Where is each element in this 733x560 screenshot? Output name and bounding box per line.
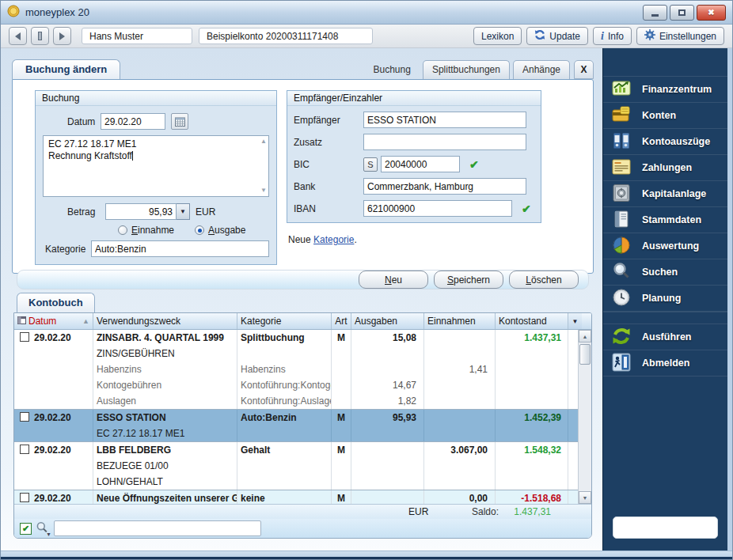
date-input[interactable] [101, 113, 165, 130]
toolbar: Hans Muster Beispielkonto 20200311171408… [1, 25, 732, 48]
cell-date: 29.02.20 [14, 442, 93, 458]
scrollbar-up-icon[interactable]: ▲ [579, 330, 591, 342]
bic-search-button[interactable]: S [363, 157, 378, 172]
delete-button[interactable]: Löschen [509, 271, 579, 289]
cell-balance: 1.437,31 [496, 330, 568, 346]
row-checkbox[interactable] [20, 332, 29, 342]
category-input[interactable] [91, 240, 269, 257]
header-datum[interactable]: Datum ▲ [14, 313, 93, 329]
sidebar-item-auswertung[interactable]: Auswertung [603, 233, 727, 259]
sidebar-item-planung[interactable]: Planung [603, 285, 727, 311]
lexikon-button[interactable]: Lexikon [473, 27, 522, 45]
cell-art: M [332, 442, 351, 458]
calendar-button[interactable] [171, 113, 188, 130]
tab-buchung-aendern[interactable]: Buchung ändern [12, 59, 120, 79]
nav-forward-button[interactable] [53, 27, 71, 45]
vertical-scrollbar[interactable]: ▲ ▼ [578, 330, 591, 504]
magnifier-caret-icon: ▼ [46, 532, 51, 537]
tab-kontobuch[interactable]: Kontobuch [17, 293, 95, 312]
minimize-icon [651, 14, 659, 17]
tab-anhaenge[interactable]: Anhänge [513, 60, 570, 79]
header-verwendungszweck[interactable]: Verwendungszweck [93, 313, 237, 329]
cell-art: M [332, 490, 351, 504]
row-main-line: 29.02.20ZINSABR. 4. QUARTAL 1999Splittbu… [14, 330, 591, 346]
new-category-prefix: Neue [288, 234, 311, 245]
scrollbar-down-icon[interactable]: ▼ [579, 491, 591, 504]
column-options-button[interactable]: ▼ [568, 313, 582, 329]
nav-back-button[interactable] [9, 27, 27, 45]
extra-input[interactable] [363, 134, 526, 150]
account-field[interactable]: Beispielkonto 20200311171408 [199, 28, 373, 44]
row-sub-line: LOHN/GEHALT [14, 474, 591, 490]
app-window: moneyplex 20 ✖ Hans Muster Beispielkonto… [0, 0, 733, 560]
header-art[interactable]: Art [332, 313, 351, 329]
radio-einnahme[interactable]: Einnahme [118, 225, 174, 236]
amount-dropdown-button[interactable]: ▼ [177, 203, 190, 220]
save-button[interactable]: Speichern [434, 271, 503, 289]
sidebar-item-kontoauszge[interactable]: Kontoauszüge [603, 128, 727, 154]
row-checkbox[interactable] [20, 412, 29, 422]
row-checkbox[interactable] [20, 445, 29, 454]
close-button[interactable]: ✖ [697, 5, 726, 21]
sidebar-item-stammdaten[interactable]: Stammdaten [603, 206, 727, 233]
sidebar-item-kapitalanlage[interactable]: Kapitalanlage [603, 180, 727, 206]
bic-input[interactable] [381, 156, 460, 172]
memo-textarea[interactable]: EC 27.12 18.17 ME1 Rechnung Kraftstoff ▲… [43, 135, 269, 197]
cell-purpose: LOHN/GEHALT [93, 474, 237, 490]
cell-balance [496, 393, 568, 409]
currency-label: EUR [196, 206, 215, 218]
settings-gear-icon [644, 29, 655, 43]
filter-checkbox[interactable]: ✔ [20, 523, 32, 535]
radio-ausgabe[interactable]: Ausgabe [195, 225, 245, 236]
user-field[interactable]: Hans Muster [82, 28, 192, 44]
panel-close-button[interactable]: X [574, 60, 594, 79]
new-category-suffix: . [354, 234, 356, 245]
update-button[interactable]: Update [526, 27, 588, 45]
scrollbar-thumb[interactable] [579, 344, 591, 365]
sidebar-action-abmelden[interactable]: Abmelden [603, 350, 727, 376]
sidebar-item-zahlungen[interactable]: Zahlungen [603, 154, 727, 180]
investments-icon [611, 183, 632, 206]
sidebar-action-ausfhren[interactable]: Ausführen [603, 324, 727, 350]
iban-input[interactable] [363, 200, 512, 217]
nav-stop-button[interactable] [31, 27, 49, 45]
cell-expense [351, 426, 424, 441]
sidebar-item-konten[interactable]: Konten [603, 102, 727, 128]
sidebar-item-suchen[interactable]: Suchen [603, 259, 727, 285]
scroll-up-icon[interactable]: ▲ [260, 138, 267, 145]
amount-input[interactable] [105, 203, 177, 220]
row-sub-line: ZINS/GEBÜHREN [14, 346, 591, 361]
sidebar-item-finanzzentrum[interactable]: Finanzzentrum [603, 76, 727, 102]
cell-purpose: Kontogebühren [93, 377, 237, 393]
search-dropdown[interactable]: ▼ [36, 521, 50, 535]
maximize-button[interactable] [670, 5, 694, 21]
new-category-link[interactable]: Kategorie [313, 234, 354, 245]
table-row[interactable]: 29.02.20Neue Öffnungszeiten unserer Geke… [14, 490, 591, 504]
recipient-input[interactable] [363, 112, 526, 128]
sort-ascending-icon: ▲ [82, 317, 89, 325]
cell-expense [351, 458, 424, 474]
scroll-down-icon[interactable]: ▼ [260, 187, 267, 194]
row-checkbox[interactable] [20, 493, 29, 502]
header-einnahmen[interactable]: Einnahmen [424, 313, 496, 329]
table-row[interactable]: 29.02.20ZINSABR. 4. QUARTAL 1999Splittbu… [14, 330, 591, 410]
header-kontostand[interactable]: Kontostand [496, 313, 568, 329]
tab-buchung[interactable]: Buchung [365, 61, 420, 79]
extra-label: Zusatz [294, 137, 363, 148]
table-row[interactable]: 29.02.20ESSO STATIONAuto:BenzinM95,931.4… [14, 410, 591, 442]
update-icon [534, 29, 545, 43]
tab-splittbuchungen[interactable]: Splittbuchungen [423, 60, 510, 79]
header-ausgaben[interactable]: Ausgaben [351, 313, 424, 329]
select-all-icon[interactable] [17, 316, 26, 327]
header-kategorie[interactable]: Kategorie [237, 313, 332, 329]
bank-input[interactable] [363, 178, 526, 195]
quick-search-input[interactable] [54, 520, 261, 536]
cell-art [332, 377, 351, 393]
new-button[interactable]: Neu [359, 271, 428, 289]
table-row[interactable]: 29.02.20LBB FELDBERGGehaltM3.067,001.548… [14, 442, 591, 490]
info-button[interactable]: i Info [593, 27, 632, 45]
account-field-value: Beispielkonto 20200311171408 [207, 31, 338, 42]
minimize-button[interactable] [643, 5, 667, 21]
sidebar-action-label: Abmelden [642, 358, 689, 369]
settings-button[interactable]: Einstellungen [636, 27, 724, 45]
